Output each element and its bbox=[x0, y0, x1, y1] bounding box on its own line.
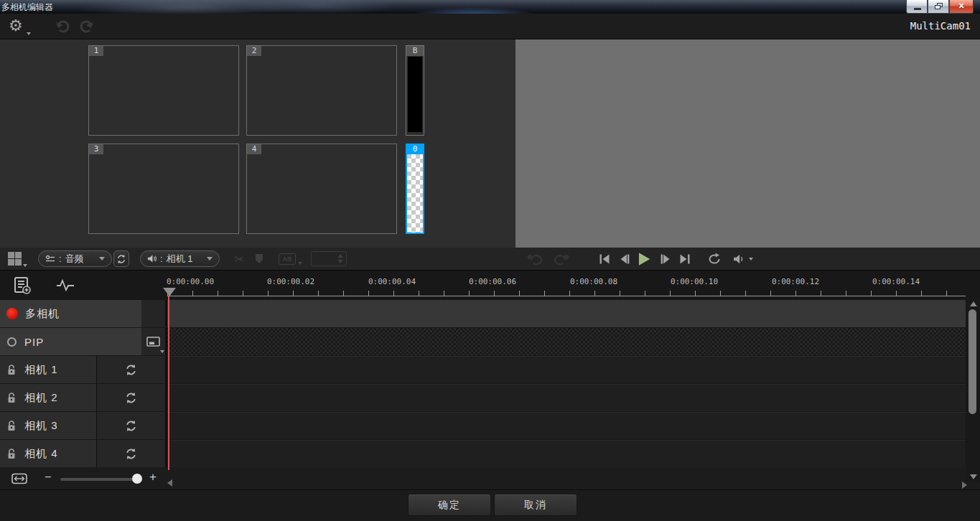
sync-track-icon[interactable] bbox=[125, 364, 137, 376]
timeline-lane-camera1[interactable] bbox=[167, 356, 966, 383]
track-row-camera3: 相机 3 bbox=[0, 412, 966, 439]
track-row-pip: PIP bbox=[0, 328, 966, 355]
audio-source-dropdown[interactable]: : 相机 1 bbox=[140, 250, 220, 267]
minimize-button[interactable] bbox=[906, 0, 928, 14]
track-header-pip[interactable]: PIP bbox=[0, 328, 141, 355]
close-button[interactable]: × bbox=[949, 0, 974, 14]
track-header-camera1[interactable]: 相机 1 bbox=[0, 356, 96, 383]
scroll-up-icon[interactable] bbox=[970, 301, 977, 306]
layout-caret-icon[interactable] bbox=[23, 264, 27, 267]
colon: : bbox=[59, 253, 62, 264]
fit-timeline-icon[interactable] bbox=[11, 473, 27, 484]
track-row-camera1: 相机 1 bbox=[0, 356, 966, 383]
record-indicator-off-icon[interactable] bbox=[7, 337, 17, 347]
track-header-camera2[interactable]: 相机 2 bbox=[0, 384, 96, 411]
pip-caret-icon[interactable] bbox=[160, 350, 164, 353]
timeline-lane-camera2[interactable] bbox=[167, 384, 966, 411]
ab-caret-icon bbox=[298, 262, 302, 265]
go-to-end-button[interactable] bbox=[678, 253, 691, 265]
panel-label: 1 bbox=[89, 46, 103, 56]
timeline-lane-camera3[interactable] bbox=[167, 412, 966, 439]
camera-multiview-grid: 1 2 B 3 4 0 bbox=[0, 39, 515, 248]
settings-gear-icon[interactable]: ⚙ bbox=[9, 17, 23, 34]
sync-sources-button[interactable] bbox=[113, 250, 129, 267]
ruler-label: 0:00:00.10 bbox=[671, 277, 718, 286]
spin-up-icon bbox=[337, 254, 343, 258]
scroll-left-icon[interactable] bbox=[167, 479, 172, 487]
transparent-clip-thumbnail bbox=[407, 154, 423, 233]
timeline-ruler[interactable] bbox=[167, 291, 966, 296]
waveform-icon[interactable] bbox=[56, 279, 75, 292]
audio-source-value: 相机 1 bbox=[167, 253, 193, 266]
zoom-in-button[interactable]: + bbox=[149, 470, 157, 484]
vertical-scrollbar[interactable] bbox=[966, 298, 980, 483]
volume-button[interactable] bbox=[733, 253, 745, 265]
dialog-footer: 确定 取消 bbox=[0, 489, 980, 521]
timeline-lane-camera4[interactable] bbox=[167, 440, 966, 467]
scrollbar-thumb[interactable] bbox=[969, 309, 976, 414]
pip-layout-icon[interactable] bbox=[146, 337, 161, 347]
unlock-icon[interactable] bbox=[6, 420, 17, 431]
multiview-layout-icon[interactable] bbox=[7, 251, 22, 266]
add-track-icon[interactable] bbox=[12, 276, 32, 296]
next-frame-button[interactable] bbox=[659, 253, 672, 265]
minimize-icon bbox=[914, 8, 921, 10]
rotate-right-icon bbox=[553, 253, 570, 266]
panel-label: 3 bbox=[89, 144, 103, 154]
playhead-line[interactable] bbox=[168, 296, 169, 470]
scroll-down-icon[interactable] bbox=[970, 474, 977, 479]
panel-label: 4 bbox=[247, 144, 261, 154]
source-track-dropdown[interactable]: : 音频 bbox=[38, 250, 112, 267]
unlock-icon[interactable] bbox=[6, 364, 17, 375]
split-clip-scissors-icon: ✂ bbox=[234, 252, 244, 266]
settings-caret-icon[interactable] bbox=[27, 32, 31, 35]
track-mixer-icon bbox=[45, 255, 55, 263]
track-header-multicam[interactable]: 多相机 bbox=[0, 300, 141, 327]
speaker-icon bbox=[147, 254, 157, 263]
unlock-icon[interactable] bbox=[6, 448, 17, 459]
edit-toolbar: : 音频 : 相机 1 ✂ AB bbox=[0, 248, 980, 271]
sync-track-icon[interactable] bbox=[125, 392, 137, 404]
chevron-down-icon bbox=[99, 257, 105, 260]
camera-panel-3[interactable]: 3 bbox=[88, 144, 239, 234]
zoom-out-button[interactable]: − bbox=[45, 471, 51, 484]
timeline-zoom-bar: − + bbox=[0, 467, 980, 489]
track-header-camera3[interactable]: 相机 3 bbox=[0, 412, 96, 439]
loop-playback-button[interactable] bbox=[707, 253, 722, 266]
record-indicator-icon[interactable] bbox=[6, 308, 18, 319]
play-button[interactable] bbox=[637, 251, 651, 267]
cancel-button[interactable]: 取消 bbox=[494, 494, 577, 516]
camera-panel-1[interactable]: 1 bbox=[88, 45, 239, 136]
ruler-label: 0:00:00.04 bbox=[368, 277, 416, 286]
track-header-camera4[interactable]: 相机 4 bbox=[0, 440, 96, 467]
zoom-slider-thumb[interactable] bbox=[132, 474, 142, 484]
previous-frame-button[interactable] bbox=[618, 253, 631, 265]
ruler-label: 0:00:00.14 bbox=[872, 277, 920, 286]
timeline-lane-pip[interactable] bbox=[167, 328, 966, 355]
chevron-down-icon bbox=[207, 257, 213, 260]
ruler-label: 0:00:00.08 bbox=[570, 277, 617, 286]
camera-panel-b[interactable]: B bbox=[406, 45, 424, 136]
volume-caret-icon[interactable] bbox=[749, 258, 753, 260]
camera-panel-2[interactable]: 2 bbox=[246, 45, 397, 136]
duration-spinner bbox=[311, 251, 347, 266]
panel-label: 0 bbox=[407, 145, 423, 154]
unlock-icon[interactable] bbox=[6, 392, 17, 403]
ok-button[interactable]: 确定 bbox=[408, 494, 491, 516]
camera-panel-4[interactable]: 4 bbox=[246, 144, 397, 234]
black-clip-thumbnail bbox=[408, 57, 422, 132]
camera-panel-0-selected[interactable]: 0 bbox=[406, 144, 424, 234]
panel-label: B bbox=[406, 46, 424, 56]
sync-track-icon[interactable] bbox=[125, 420, 137, 432]
panel-label: 2 bbox=[247, 46, 261, 56]
sync-track-icon[interactable] bbox=[125, 448, 137, 460]
maximize-button[interactable] bbox=[928, 0, 949, 14]
undo-icon bbox=[55, 19, 70, 34]
spin-down-icon bbox=[337, 260, 343, 263]
playhead-handle-icon[interactable] bbox=[163, 288, 176, 296]
marker-icon bbox=[254, 253, 264, 264]
timeline-lane-multicam[interactable] bbox=[167, 300, 966, 327]
go-to-start-button[interactable] bbox=[598, 253, 611, 265]
zoom-slider[interactable] bbox=[60, 478, 142, 481]
title-bar: 多相机编辑器 × bbox=[0, 0, 980, 14]
